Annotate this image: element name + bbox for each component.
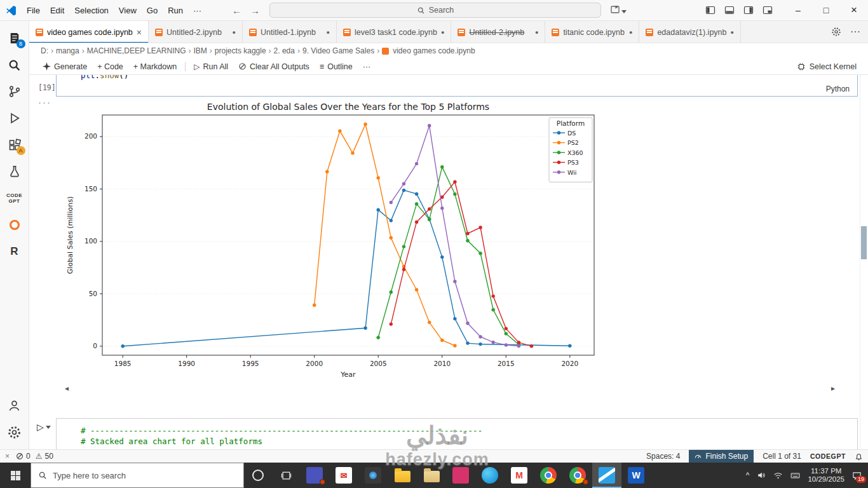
tab-video-games-code-ipynb-1[interactable]: video games code.ipynb× [29,21,149,43]
tab-untitled-1-ipynb-3[interactable]: Untitled-1.ipynb● [243,21,337,43]
start-button[interactable] [0,463,31,488]
code-cell-19[interactable]: plt.show() Python [56,75,858,97]
breadcrumb-item-2[interactable]: manga [55,46,81,55]
output-scroll-left-button[interactable]: ◂ [65,384,69,393]
indentation-indicator[interactable]: Spaces: 4 [646,452,680,461]
sidebar-item-r[interactable]: R [1,238,29,265]
more-actions-icon[interactable]: ··· [850,26,860,37]
taskbar-app-folder-icon[interactable] [417,463,446,488]
menu-more[interactable]: ··· [188,0,207,21]
generate-button[interactable]: Generate [38,59,92,74]
task-view-button[interactable] [272,463,300,488]
sidebar-item-testing[interactable] [1,158,29,185]
run-cell-button[interactable]: ▷ [37,422,51,432]
tab-dirty-icon[interactable]: ● [233,29,236,36]
menu-run[interactable]: Run [163,0,188,21]
breadcrumb-item-8[interactable]: video games code.ipynb [391,46,476,55]
network-icon[interactable] [773,471,783,480]
sidebar-item-jupyter[interactable] [1,212,29,238]
sidebar-item-extensions[interactable]: A [1,132,29,158]
forward-arrow-icon[interactable]: → [250,5,260,16]
cell-position-indicator[interactable]: Cell 1 of 31 [763,452,801,461]
open-remote-window-control[interactable] [610,4,627,15]
tab-edadataviz-1-ipynb-7[interactable]: edadataviz(1).ipynb● [639,21,741,43]
notifications-bell-button[interactable] [855,452,863,461]
toggle-panel-icon[interactable] [724,5,735,15]
code-line[interactable]: # --------------------------------------… [81,425,857,436]
tab-dirty-icon[interactable]: ● [441,29,444,36]
taskbar-app-word-icon[interactable]: W [621,463,651,488]
menu-file[interactable]: File [22,0,45,21]
sidebar-item-run-debug[interactable] [1,105,29,132]
cortana-button[interactable] [244,463,272,488]
cell-language-picker[interactable]: Python [826,85,850,93]
run-all-button[interactable]: ▷ Run All [189,59,233,74]
toggle-secondary-sidebar-icon[interactable] [743,5,754,15]
breadcrumb-item-6[interactable]: 2. eda [273,46,296,55]
code-line[interactable]: # Stacked area chart for all platforms [81,436,857,447]
taskbar-app-edge-icon[interactable] [475,463,505,488]
outline-button[interactable]: ≡ Outline [315,59,357,74]
breadcrumb-item-5[interactable]: projects kaggle [214,46,268,55]
scrollbar-thumb[interactable] [861,226,867,259]
output-scroll-right-button[interactable]: ▸ [831,384,835,393]
breadcrumb-item-4[interactable]: IBM [193,46,208,55]
sidebar-item-explorer[interactable]: 8 [1,25,29,51]
toggle-primary-sidebar-icon[interactable] [705,5,715,15]
menu-view[interactable]: View [114,0,142,21]
taskbar-app-gmail-icon[interactable]: M [505,463,534,488]
breadcrumb-item-7[interactable]: 9. Video Game Sales [301,46,376,55]
minimize-button[interactable]: – [784,0,812,21]
toolbar-more-button[interactable]: ··· [358,59,376,74]
taskbar-app-chrome-icon[interactable] [534,463,563,488]
editor-settings-icon[interactable] [831,27,841,37]
taskbar-app-mail-icon[interactable]: ✉ [329,463,358,488]
tab-titanic-code-ipynb-6[interactable]: titanic code.ipynb● [545,21,639,43]
volume-icon[interactable] [757,471,766,480]
sidebar-item-codegpt[interactable]: CODE GPT [1,185,29,212]
maximize-button[interactable]: □ [812,0,840,21]
select-kernel-button[interactable]: Select Kernel [797,62,859,71]
add-markdown-button[interactable]: + Markdown [129,59,181,74]
tab-dirty-icon[interactable]: ● [629,29,632,36]
taskbar-app-teams-icon[interactable] [300,463,329,488]
editor-scrollbar[interactable] [860,75,868,449]
tab-dirty-icon[interactable]: ● [327,29,330,36]
customize-layout-icon[interactable] [763,5,773,15]
tab-level3-task1-code-ipynb-4[interactable]: level3 task1 code.ipynb● [337,21,451,43]
tab-untitled-2-ipynb-5[interactable]: Untitled-2.ipynb● [451,21,545,43]
account-button[interactable] [1,392,29,419]
breadcrumb-item-1[interactable]: D: [39,46,50,55]
codegpt-status-logo[interactable]: CODEGPT [810,452,846,460]
titlebar-search-box[interactable]: Search [269,3,601,18]
back-arrow-icon[interactable]: ← [232,5,241,16]
remote-indicator-icon[interactable]: × [5,452,10,461]
problems-indicator[interactable]: 0 ⚠ 50 [16,452,53,461]
breadcrumb-item-3[interactable]: MACHINE,DEEP LEARNING [86,46,187,55]
settings-button[interactable] [1,419,29,445]
touch-keyboard-icon[interactable] [790,471,800,480]
taskbar-app-file-explorer-icon[interactable] [388,463,417,488]
menu-go[interactable]: Go [142,0,163,21]
menu-edit[interactable]: Edit [45,0,69,21]
add-code-button[interactable]: + Code [93,59,128,74]
close-button[interactable]: × [840,0,868,21]
action-center-button[interactable]: 19 [852,471,862,480]
code-cell-below[interactable]: # --------------------------------------… [56,418,858,449]
taskbar-app-photos-icon[interactable] [358,463,388,488]
clear-outputs-button[interactable]: Clear All Outputs [234,59,314,74]
taskbar-app-media-icon[interactable] [446,463,475,488]
sidebar-item-source-control[interactable] [1,78,29,105]
menu-selection[interactable]: Selection [69,0,113,21]
tab-close-icon[interactable]: × [137,27,142,37]
sidebar-item-search[interactable] [1,51,29,78]
finish-setup-button[interactable]: Finish Setup [689,450,754,463]
output-options-button[interactable]: ··· [38,97,51,107]
tab-dirty-icon[interactable]: ● [731,29,734,36]
cell19-code-line[interactable]: plt.show() [81,75,128,80]
tab-untitled-2-ipynb-2[interactable]: Untitled-2.ipynb● [149,21,243,43]
hidden-icons-chevron[interactable]: ^ [746,471,750,480]
taskbar-app-vscode-icon[interactable] [592,463,621,488]
taskbar-search-box[interactable]: Type here to search [31,463,244,488]
clock[interactable]: 11:37 PM 10/29/2025 [808,467,844,484]
